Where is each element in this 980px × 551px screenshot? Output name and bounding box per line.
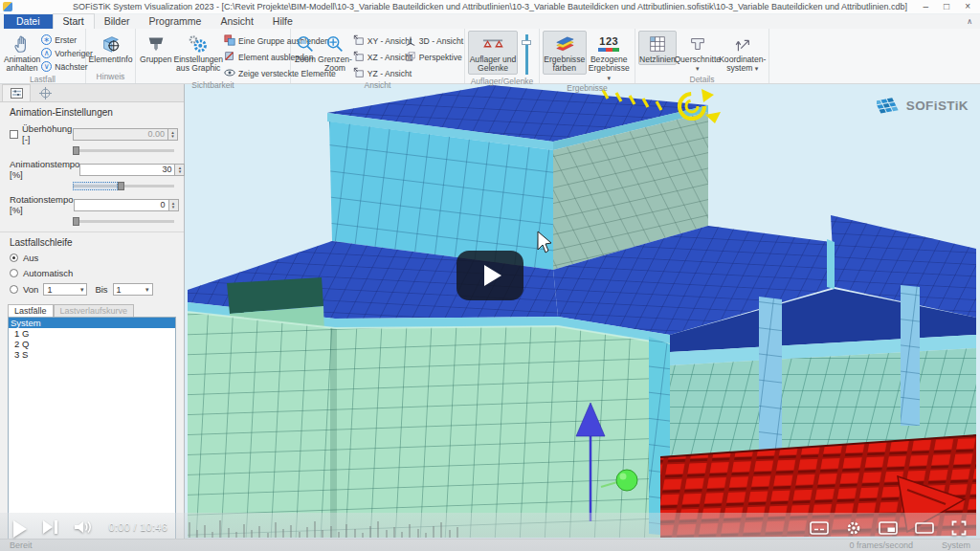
- list-item-system[interactable]: System: [9, 318, 175, 328]
- rotationstempo-slider[interactable]: [73, 217, 174, 226]
- bis-dropdown[interactable]: 1▾: [113, 283, 153, 296]
- animation-anhalten-button[interactable]: Animation anhalten: [3, 31, 41, 75]
- ergebnisse-faerben-button[interactable]: Ergebnisse färben: [543, 31, 587, 75]
- radio-aus-label: Aus: [23, 253, 38, 263]
- list-item[interactable]: 1 G: [9, 328, 175, 339]
- radio-automatisch[interactable]: [10, 269, 18, 277]
- ribbon-group-sichtbarkeit: Gruppen Einstellungen aus Graphic Eine G…: [136, 29, 291, 83]
- title-bar: SOFiSTiK System Visualization 2023 - [C:…: [0, 0, 980, 14]
- minimize-button[interactable]: –: [924, 2, 929, 11]
- list-item[interactable]: 2 Q: [9, 339, 175, 349]
- magnifier-icon: [295, 33, 316, 55]
- plane-view-icon: [353, 67, 365, 80]
- list-item[interactable]: 3 S: [9, 349, 175, 360]
- tab-lastfaelle[interactable]: Lastfälle: [8, 304, 54, 317]
- ueberhoehung-label: Überhöhung [-]: [22, 123, 73, 144]
- hide-group-icon: [224, 34, 235, 48]
- dropdown-arrow-icon: ▾: [755, 65, 759, 72]
- gear-icon: [846, 520, 861, 536]
- group-label-ansicht: Ansicht: [291, 80, 464, 91]
- video-play-overlay-button[interactable]: [457, 251, 523, 300]
- ribbon: Animation anhalten ∗Erster ∧Vorheriger ∨…: [0, 29, 980, 84]
- panel-title: Animation-Einstellungen: [0, 102, 184, 120]
- yz-ansicht-button[interactable]: YZ - Ansicht: [353, 67, 405, 80]
- hide-element-icon: [224, 51, 235, 64]
- eye-icon: [224, 67, 235, 80]
- animationstempo-input[interactable]: 30: [79, 164, 175, 176]
- restore-button[interactable]: □: [944, 2, 949, 11]
- sofistik-logo: SOFiSTiK: [877, 96, 969, 115]
- xz-ansicht-button[interactable]: XZ - Ansicht: [353, 51, 405, 64]
- vorheriger-button[interactable]: ∧Vorheriger: [41, 48, 93, 58]
- ueberhoehung-slider[interactable]: [73, 146, 174, 155]
- koordinatensystem-button[interactable]: Koordinaten-system ▾: [719, 31, 767, 75]
- elementinfo-button[interactable]: ElementInfo: [89, 31, 133, 65]
- rotationstempo-label: Rotationstempo [%]: [10, 194, 74, 215]
- tab-ansicht[interactable]: Ansicht: [211, 14, 262, 29]
- player-subtitles-button[interactable]: [810, 521, 829, 535]
- ribbon-group-ergebnisse: Ergebnisse färben 123 Bezogene Ergebniss…: [540, 29, 635, 83]
- slider-thumb[interactable]: [522, 40, 531, 45]
- group-label-lastfall: Lastfall: [0, 75, 85, 85]
- group-label-sichtbarkeit: Sichtbarkeit: [136, 80, 290, 91]
- groups-brush-icon: [145, 33, 167, 55]
- tab-bilder[interactable]: Bilder: [95, 14, 140, 29]
- support-size-slider[interactable]: [521, 33, 532, 77]
- player-fullscreen-button[interactable]: [951, 520, 967, 536]
- gears-icon: [188, 33, 209, 55]
- tab-hilfe[interactable]: Hilfe: [263, 14, 302, 29]
- ribbon-tab-row: Datei Start Bilder Programme Ansicht Hil…: [0, 14, 980, 29]
- player-settings-button[interactable]: [846, 520, 861, 536]
- bezogene-ergebnisse-button[interactable]: 123 Bezogene Ergebnisse ▾: [587, 31, 632, 83]
- application-window: SOFiSTiK System Visualization 2023 - [C:…: [0, 0, 980, 551]
- animation-settings-icon: [11, 88, 23, 99]
- einstellungen-aus-graphic-button[interactable]: Einstellungen aus Graphic: [172, 31, 224, 75]
- player-theater-button[interactable]: [915, 521, 934, 535]
- animationstempo-slider[interactable]: [73, 182, 174, 190]
- app-icon: [3, 2, 12, 11]
- gruppen-button[interactable]: Gruppen: [139, 31, 172, 65]
- player-volume-button[interactable]: [74, 520, 93, 534]
- collapse-ribbon-icon[interactable]: ∧: [967, 17, 972, 26]
- player-next-button[interactable]: [43, 520, 57, 534]
- spinner-icon[interactable]: ▴▾: [175, 164, 185, 176]
- naechster-button[interactable]: ∨Nächster: [41, 61, 93, 72]
- erster-button[interactable]: ∗Erster: [41, 34, 93, 45]
- player-miniplayer-button[interactable]: [879, 521, 898, 535]
- netzlinien-button[interactable]: Netzlinien: [638, 31, 677, 65]
- radio-aus[interactable]: [10, 253, 18, 262]
- spinner-icon[interactable]: ▴▾: [168, 128, 178, 141]
- 3d-ansicht-button[interactable]: 3D - Ansicht: [405, 34, 462, 48]
- rotationstempo-input[interactable]: 0: [74, 199, 169, 211]
- play-icon: [484, 265, 501, 286]
- von-dropdown[interactable]: 1▾: [43, 283, 87, 296]
- close-button[interactable]: ×: [965, 2, 970, 11]
- next-icon: [43, 520, 53, 534]
- viewport-3d[interactable]: SOFiSTiK: [185, 84, 980, 551]
- tab-programme[interactable]: Programme: [140, 14, 212, 29]
- plane-view-icon: [353, 34, 365, 48]
- tab-start[interactable]: Start: [53, 13, 95, 29]
- group-label-hinweis: Hinweis: [86, 72, 135, 83]
- fullscreen-icon: [951, 520, 967, 536]
- ueberhoehung-input[interactable]: 0.00: [73, 128, 168, 141]
- panel-tab-animation[interactable]: [2, 84, 31, 101]
- color-results-icon: [553, 33, 576, 55]
- player-play-button[interactable]: [13, 520, 27, 538]
- querschnitte-button[interactable]: Querschnitte ▾: [677, 31, 719, 75]
- spinner-icon[interactable]: ▴▾: [169, 199, 179, 211]
- auflager-und-gelenke-button[interactable]: Auflager und Gelenke: [468, 31, 518, 75]
- ribbon-group-lastfall: Animation anhalten ∗Erster ∧Vorheriger ∨…: [0, 29, 86, 83]
- video-control-bar: 0:00 / 10:46: [0, 513, 980, 551]
- lastfallschleife-title: Lastfallschleife: [0, 232, 184, 250]
- radio-von-bis[interactable]: [10, 285, 18, 294]
- panel-tab-target[interactable]: [31, 84, 59, 101]
- perspektive-button[interactable]: Perspektive: [405, 51, 462, 64]
- tab-datei[interactable]: Datei: [4, 14, 53, 29]
- xy-ansicht-button[interactable]: XY - Ansicht: [353, 34, 405, 48]
- grenzen-zoom-button[interactable]: Grenzen-Zoom: [317, 31, 353, 75]
- ueberhoehung-checkbox[interactable]: [10, 130, 18, 139]
- zoom-button[interactable]: Zoom: [294, 31, 317, 65]
- bis-label: Bis: [95, 284, 107, 295]
- group-label-ergebnisse: Ergebnisse: [540, 83, 635, 94]
